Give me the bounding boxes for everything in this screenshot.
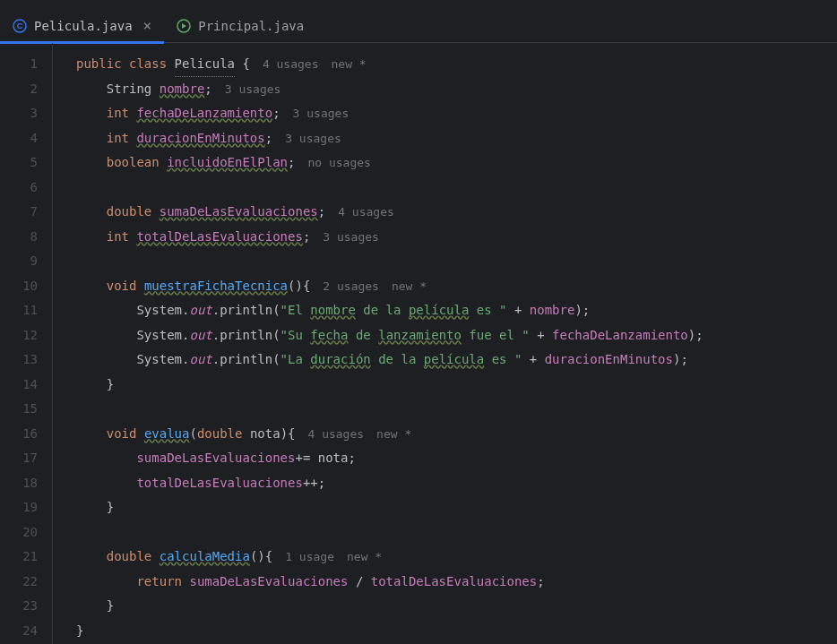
inline-hint[interactable]: 3 usages <box>225 77 281 102</box>
code-line[interactable]: totalDeLasEvaluaciones++; <box>76 471 837 496</box>
code-line[interactable]: int fechaDeLanzamiento;3 usages <box>76 101 837 126</box>
line-number[interactable]: 4 <box>0 126 38 151</box>
code-line[interactable]: sumaDeLasEvaluaciones+= nota; <box>76 446 837 471</box>
code-line[interactable]: int totalDeLasEvaluaciones;3 usages <box>76 225 837 250</box>
code-line[interactable]: return sumaDeLasEvaluaciones / totalDeLa… <box>76 570 837 595</box>
line-number[interactable]: 2 <box>0 77 38 102</box>
line-number[interactable]: 8 <box>0 225 38 250</box>
inline-hint[interactable]: 1 usage <box>285 545 334 570</box>
line-number[interactable]: 12 <box>0 323 38 348</box>
line-number[interactable]: 23 <box>0 594 38 619</box>
line-number[interactable]: 14 <box>0 373 38 398</box>
code-line[interactable]: } <box>76 495 837 520</box>
inline-hint[interactable]: new * <box>376 422 411 447</box>
code-line[interactable]: } <box>76 373 837 398</box>
inline-hint[interactable]: new * <box>392 274 427 299</box>
code-line[interactable] <box>76 520 837 545</box>
line-number[interactable]: 18 <box>0 471 38 496</box>
line-number[interactable]: 24 <box>0 619 38 644</box>
line-number[interactable]: 19 <box>0 495 38 520</box>
inline-hint[interactable]: new * <box>347 545 382 570</box>
line-number[interactable]: 20 <box>0 520 38 545</box>
code-line[interactable]: void evalua(double nota){4 usagesnew * <box>76 422 837 447</box>
inline-hint[interactable]: 3 usages <box>323 225 379 250</box>
inline-hint[interactable]: 4 usages <box>338 200 394 225</box>
code-line[interactable] <box>76 249 837 274</box>
inline-hint[interactable]: no usages <box>307 150 370 176</box>
code-line[interactable]: int duracionEnMinutos;3 usages <box>76 126 837 151</box>
line-gutter[interactable]: 123456789101112131415161718192021222324 <box>0 43 52 644</box>
line-number[interactable]: 11 <box>0 298 38 323</box>
java-class-run-icon <box>177 19 191 33</box>
code-editor[interactable]: public class Pelicula {4 usagesnew * Str… <box>52 43 837 644</box>
inline-hint[interactable]: new * <box>332 52 367 77</box>
line-number[interactable]: 10 <box>0 274 38 299</box>
code-line[interactable] <box>76 176 837 201</box>
line-number[interactable]: 1 <box>0 52 38 77</box>
tab-principal[interactable]: Principal.java <box>164 9 316 43</box>
line-number[interactable]: 7 <box>0 200 38 225</box>
code-line[interactable]: public class Pelicula {4 usagesnew * <box>76 52 837 77</box>
line-number[interactable]: 22 <box>0 570 38 595</box>
line-number[interactable]: 16 <box>0 422 38 447</box>
line-number[interactable]: 15 <box>0 397 38 422</box>
svg-text:C: C <box>17 21 23 30</box>
code-line[interactable]: double sumaDeLasEvaluaciones;4 usages <box>76 200 837 225</box>
code-line[interactable]: System.out.println("La duración de la pe… <box>76 348 837 373</box>
code-line[interactable] <box>76 397 837 422</box>
inline-hint[interactable]: 4 usages <box>263 52 319 77</box>
tab-label: Pelicula.java <box>34 19 133 33</box>
editor-tabs: C Pelicula.java × Principal.java <box>0 0 837 43</box>
code-line[interactable]: } <box>76 594 837 619</box>
line-number[interactable]: 5 <box>0 150 38 176</box>
inline-hint[interactable]: 2 usages <box>323 274 379 299</box>
line-number[interactable]: 9 <box>0 249 38 274</box>
line-number[interactable]: 13 <box>0 348 38 373</box>
editor-area: 123456789101112131415161718192021222324 … <box>0 43 837 644</box>
inline-hint[interactable]: 3 usages <box>285 126 341 151</box>
code-line[interactable]: void muestraFichaTecnica(){2 usagesnew * <box>76 274 837 299</box>
close-icon[interactable]: × <box>143 17 152 34</box>
code-line[interactable]: System.out.println("Su fecha de lanzamie… <box>76 323 837 348</box>
inline-hint[interactable]: 3 usages <box>293 101 349 126</box>
code-line[interactable]: System.out.println("El nombre de la pelí… <box>76 298 837 323</box>
inline-hint[interactable]: 4 usages <box>307 422 364 447</box>
line-number[interactable]: 17 <box>0 446 38 471</box>
code-line[interactable]: double calculaMedia(){1 usagenew * <box>76 545 837 570</box>
tab-pelicula[interactable]: C Pelicula.java × <box>0 9 164 43</box>
java-class-icon: C <box>13 19 27 33</box>
code-line[interactable]: } <box>76 619 837 644</box>
tab-label: Principal.java <box>198 19 304 33</box>
code-line[interactable]: boolean incluidoEnElPlan;no usages <box>76 150 837 176</box>
code-line[interactable]: String nombre;3 usages <box>76 77 837 102</box>
line-number[interactable]: 6 <box>0 176 38 201</box>
line-number[interactable]: 3 <box>0 101 38 126</box>
line-number[interactable]: 21 <box>0 545 38 570</box>
